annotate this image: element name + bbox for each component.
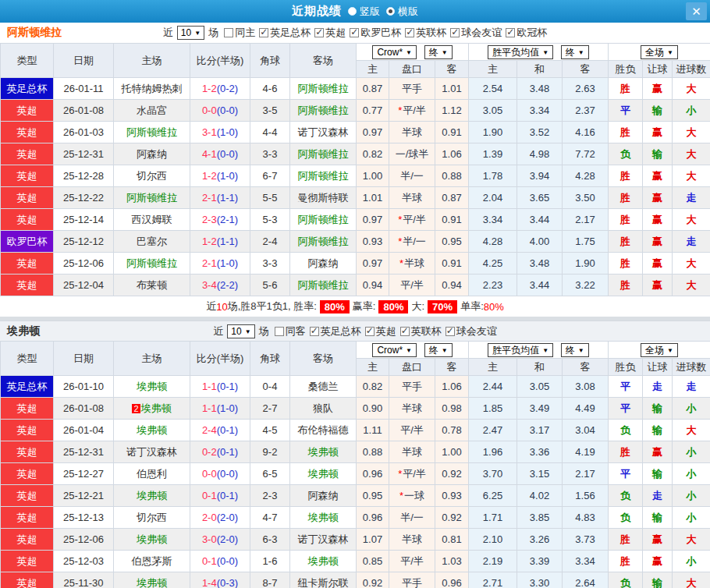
same-venue-checkbox[interactable] [224,28,233,37]
euro-home-odds: 4.28 [469,231,517,253]
match-date: 26-01-08 [54,100,114,122]
final-odds-select-2[interactable]: 终▼ [561,45,589,59]
result-goals: 大 [673,275,710,296]
asian-line: 平/半 [389,275,435,296]
league-badge: 英超 [1,485,54,507]
away-team: 阿斯顿维拉 [290,275,357,296]
final-odds-select[interactable]: 终▼ [424,343,453,357]
wdl-average-select[interactable]: 胜平负均值▼ [488,45,553,59]
euro-away-odds: 2.17 [563,463,609,485]
match-row: 欧罗巴杯25-12-12巴塞尔1-2(1-1)2-4阿斯顿维拉0.93*半/一0… [1,231,710,253]
score-cell: 3-0(2-0) [190,529,250,551]
layout-horizontal-radio[interactable] [386,7,395,16]
asian-home-odds: 1.11 [357,420,389,441]
result-handicap: 赢 [643,441,673,463]
final-odds-select-2[interactable]: 终▼ [561,343,589,357]
subheader-goals: 进球数 [673,61,710,78]
corner-score: 5-3 [250,209,290,231]
euro-draw-odds: 3.17 [517,420,563,441]
full-time-score: 1-2 [202,170,217,182]
asian-line-text: 平/半 [400,424,424,436]
result-header: 全场▼ [609,342,710,359]
match-count-select[interactable]: 10▼ [227,324,254,338]
changed-line-marker: * [399,257,403,269]
asian-home-odds: 1.00 [357,165,389,187]
asian-away-odds: 1.12 [435,100,469,122]
asian-home-odds: 0.97 [357,209,389,231]
bookmaker-select[interactable]: Crow*▼ [372,343,417,357]
win-rate-badge: 80% [320,300,350,313]
asian-home-odds: 0.92 [357,572,389,588]
corner-score: 0-4 [250,376,290,398]
home-team: 阿斯顿维拉 [114,187,190,209]
cup-filter-checkbox[interactable] [405,28,414,37]
away-team: 布伦特福德 [290,420,357,441]
result-wdl: 胜 [609,78,643,100]
cup-filter-checkbox[interactable] [259,28,268,37]
result-handicap: 输 [643,572,673,588]
result-goals: 走 [673,231,710,253]
corner-score: 4-4 [250,122,290,143]
subheader-goals: 进球数 [673,359,710,376]
asian-away-odds: 1.03 [435,551,469,572]
home-team: 埃弗顿 [114,485,190,507]
home-team-name: 诺丁汉森林 [126,446,177,458]
final-odds-select[interactable]: 终▼ [424,45,453,59]
result-handicap: 赢 [643,275,673,296]
cup-filter-checkbox[interactable] [446,327,455,336]
fulltime-select[interactable]: 全场▼ [641,343,678,357]
subheader-asian-home: 主 [357,61,389,78]
result-handicap: 走 [643,376,673,398]
asian-away-odds: 1.06 [435,376,469,398]
games-label: 场 [208,26,218,40]
cup-filter-checkbox[interactable] [400,327,410,336]
cup-filter-checkbox[interactable] [310,327,319,336]
same-venue-checkbox[interactable] [275,327,284,336]
score-cell: 0-1(0-1) [190,485,250,507]
result-wdl: 胜 [609,231,643,253]
home-team: 切尔西 [114,165,190,187]
col-header-away: 客场 [290,44,357,78]
score-cell: 1-2(1-1) [190,231,250,253]
home-team: 水晶宫 [114,100,190,122]
cup-filter-checkbox[interactable] [314,28,324,37]
close-button[interactable]: ✕ [686,2,707,20]
subheader-handicap: 让球 [643,61,673,78]
score-cell: 3-4(2-2) [190,275,250,296]
home-team: 阿斯顿维拉 [114,253,190,275]
home-team: 阿斯顿维拉 [114,122,190,143]
asian-away-odds: 0.78 [435,420,469,441]
result-goals: 大 [673,253,710,275]
result-handicap: 赢 [643,253,673,275]
layout-vertical-radio[interactable] [348,7,357,16]
away-team: 阿斯顿维拉 [290,209,357,231]
euro-odds-header: 胜平负均值▼ 终▼ [469,44,609,61]
fulltime-select[interactable]: 全场▼ [641,45,678,59]
match-count-select[interactable]: 10▼ [177,26,204,40]
euro-home-odds: 3.05 [469,100,517,122]
subheader-euro-away: 客 [563,359,609,376]
cup-filter-checkbox[interactable] [350,28,359,37]
cup-filter-checkbox[interactable] [365,327,375,336]
euro-away-odds: 1.90 [563,253,609,275]
full-time-score: 3-0 [202,533,217,545]
euro-draw-odds: 3.05 [517,376,563,398]
asian-home-odds: 0.96 [357,463,389,485]
league-badge: 英超 [1,572,54,588]
cup-filter-checkbox[interactable] [450,28,460,37]
wdl-average-select[interactable]: 胜平负均值▼ [488,343,553,357]
asian-line-text: 半/一 [403,236,426,247]
away-team-name: 诺丁汉森林 [298,126,349,138]
away-team: 阿斯顿维拉 [290,143,357,165]
cup-filter-checkbox[interactable] [506,28,515,37]
half-time-score: (0-3) [217,577,238,588]
score-cell: 0-0(0-0) [190,100,250,122]
result-wdl: 胜 [609,275,643,296]
match-row: 英超26-01-03阿斯顿维拉3-1(1-0)4-4诺丁汉森林0.97半球0.9… [1,122,710,143]
bookmaker-select[interactable]: Crow*▼ [372,45,417,59]
half-time-score: (0-2) [217,83,238,94]
euro-away-odds: 1.75 [563,231,609,253]
away-team: 阿斯顿维拉 [290,231,357,253]
match-row: 英超25-12-27伯恩利0-0(0-0)6-5埃弗顿0.96*平/半0.923… [1,463,710,485]
home-team-name: 布莱顿 [137,279,167,291]
